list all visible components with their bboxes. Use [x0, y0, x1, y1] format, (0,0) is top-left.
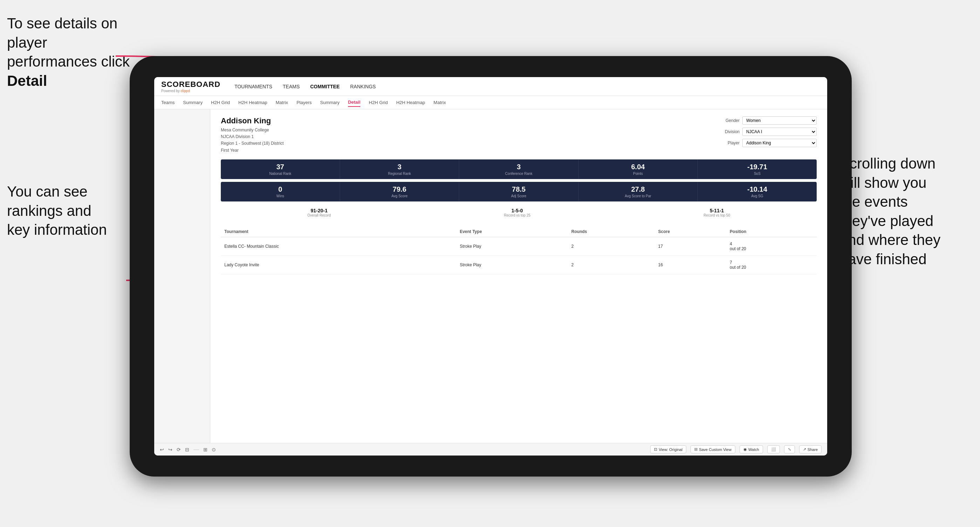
- record-overall: 91-20-1 Overall Record: [307, 208, 331, 217]
- col-rounds: Rounds: [568, 226, 655, 237]
- record-row: 91-20-1 Overall Record 1-5-0 Record vs t…: [221, 204, 817, 221]
- annotation-bottomright: Scrolling down will show you the events …: [840, 154, 973, 269]
- player-year: First Year: [221, 147, 283, 154]
- view-icon: ⊡: [654, 447, 657, 452]
- rounds-1: 2: [568, 237, 655, 256]
- subnav-summary2[interactable]: Summary: [320, 98, 340, 106]
- player-controls: Gender Women Men Division NJCAA I NJCAA …: [719, 116, 817, 147]
- player-control: Player Addison King: [719, 139, 817, 147]
- tablet-frame: SCOREBOARD Powered by clippd TOURNAMENTS…: [130, 56, 852, 476]
- subnav-matrix2[interactable]: Matrix: [434, 98, 446, 106]
- monitor-btn[interactable]: ⬜: [767, 445, 780, 453]
- zoom-in-icon[interactable]: ⊞: [203, 447, 207, 452]
- main-content: Addison King Mesa Community College NJCA…: [154, 110, 827, 443]
- refresh-icon[interactable]: ⟳: [177, 447, 181, 452]
- tablet-screen: SCOREBOARD Powered by clippd TOURNAMENTS…: [154, 77, 827, 456]
- watch-icon: ◉: [743, 447, 747, 452]
- tournament-table: Tournament Event Type Rounds Score Posit…: [221, 226, 817, 275]
- tournament-name-2: Lady Coyote Invite: [221, 256, 457, 274]
- save-custom-btn[interactable]: ⊟ Save Custom View: [690, 445, 735, 453]
- player-region: Region 1 - Southwest (18) District: [221, 140, 283, 147]
- view-original-btn[interactable]: ⊡ View: Original: [650, 445, 686, 453]
- right-content: Addison King Mesa Community College NJCA…: [210, 110, 827, 443]
- col-event-type: Event Type: [457, 226, 568, 237]
- stat-regional-rank: 3 Regional Rank: [340, 159, 459, 179]
- event-type-2: Stroke Play: [457, 256, 568, 274]
- nav-rankings[interactable]: RANKINGS: [350, 83, 376, 91]
- subnav-h2h-grid2[interactable]: H2H Grid: [369, 98, 388, 106]
- gender-label: Gender: [719, 118, 740, 123]
- nav-items: TOURNAMENTS TEAMS COMMITTEE RANKINGS: [234, 83, 376, 91]
- top-nav: SCOREBOARD Powered by clippd TOURNAMENTS…: [154, 77, 827, 96]
- division-label: Division: [719, 129, 740, 134]
- stats-row-2: 0 Wins 79.6 Avg Score 78.5 Adj Score 27.…: [221, 182, 817, 202]
- position-1: 4out of 20: [726, 237, 817, 256]
- gender-select[interactable]: Women Men: [742, 116, 817, 125]
- clock-icon[interactable]: ⊙: [212, 447, 216, 452]
- share-icon: ↗: [803, 447, 806, 452]
- subnav-players[interactable]: Players: [296, 98, 312, 106]
- division-control: Division NJCAA I NJCAA II: [719, 127, 817, 136]
- subnav-detail[interactable]: Detail: [348, 98, 360, 107]
- score-1: 17: [655, 237, 726, 256]
- subnav-h2h-grid[interactable]: H2H Grid: [211, 98, 230, 106]
- nav-teams[interactable]: TEAMS: [283, 83, 300, 91]
- stat-national-rank: 37 National Rank: [221, 159, 340, 179]
- stat-adj-score: 78.5 Adj Score: [459, 182, 578, 202]
- nav-tournaments[interactable]: TOURNAMENTS: [234, 83, 272, 91]
- score-2: 16: [655, 256, 726, 274]
- sub-nav: Teams Summary H2H Grid H2H Heatmap Matri…: [154, 96, 827, 110]
- left-panel: [154, 110, 210, 443]
- player-select[interactable]: Addison King: [742, 139, 817, 147]
- bottom-toolbar: ↩ ↪ ⟳ ⊟ — ⊞ ⊙ ⊡ View: Original ⊟ Save Cu…: [154, 443, 827, 456]
- stat-points: 6.04 Points: [579, 159, 698, 179]
- player-label: Player: [719, 141, 740, 145]
- stat-avg-sg: -10.14 Avg SG: [698, 182, 817, 202]
- subnav-summary[interactable]: Summary: [183, 98, 203, 106]
- tournament-name-1: Estella CC- Mountain Classic: [221, 237, 457, 256]
- stat-avg-score-par: 27.8 Avg Score to Par: [579, 182, 698, 202]
- expand-btn[interactable]: ⤡: [784, 445, 795, 453]
- stat-avg-score: 79.6 Avg Score: [340, 182, 459, 202]
- player-school: Mesa Community College: [221, 127, 283, 133]
- col-score: Score: [655, 226, 726, 237]
- redo-icon[interactable]: ↪: [168, 447, 172, 452]
- annotation-topleft: To see details on player performances cl…: [7, 14, 140, 90]
- logo-sub: Powered by clippd: [161, 89, 221, 93]
- undo-icon[interactable]: ↩: [160, 447, 164, 452]
- record-top25: 1-5-0 Record vs top 25: [504, 208, 531, 217]
- col-position: Position: [726, 226, 817, 237]
- player-header: Addison King Mesa Community College NJCA…: [221, 116, 817, 154]
- toolbar-separator: —: [194, 446, 199, 453]
- division-select[interactable]: NJCAA I NJCAA II: [742, 127, 817, 136]
- subnav-matrix[interactable]: Matrix: [275, 98, 288, 106]
- col-tournament: Tournament: [221, 226, 457, 237]
- annotation-bottomleft: You can see rankings and key information: [7, 182, 126, 240]
- rounds-2: 2: [568, 256, 655, 274]
- record-top50: 5-11-1 Record vs top 50: [703, 208, 730, 217]
- nav-committee[interactable]: COMMITTEE: [310, 83, 340, 91]
- save-icon: ⊟: [694, 447, 697, 452]
- stat-conference-rank: 3 Conference Rank: [459, 159, 578, 179]
- stat-wins: 0 Wins: [221, 182, 340, 202]
- subnav-h2h-heatmap[interactable]: H2H Heatmap: [238, 98, 267, 106]
- share-btn[interactable]: ↗ Share: [799, 445, 822, 453]
- player-info: Addison King Mesa Community College NJCA…: [221, 116, 283, 154]
- gender-control: Gender Women Men: [719, 116, 817, 125]
- position-2: 7out of 20: [726, 256, 817, 274]
- player-division: NJCAA Division 1: [221, 133, 283, 140]
- zoom-out-icon[interactable]: ⊟: [185, 447, 189, 452]
- subnav-teams[interactable]: Teams: [161, 98, 175, 106]
- stat-sos: -19.71 SoS: [698, 159, 817, 179]
- watch-btn[interactable]: ◉ Watch: [740, 445, 763, 453]
- stats-row-1: 37 National Rank 3 Regional Rank 3 Confe…: [221, 159, 817, 179]
- table-row: Lady Coyote Invite Stroke Play 2 16 7out…: [221, 256, 817, 274]
- logo-title: SCOREBOARD: [161, 80, 221, 89]
- logo-area: SCOREBOARD Powered by clippd: [161, 80, 221, 93]
- subnav-h2h-heatmap2[interactable]: H2H Heatmap: [396, 98, 425, 106]
- event-type-1: Stroke Play: [457, 237, 568, 256]
- table-row: Estella CC- Mountain Classic Stroke Play…: [221, 237, 817, 256]
- player-name: Addison King: [221, 116, 283, 125]
